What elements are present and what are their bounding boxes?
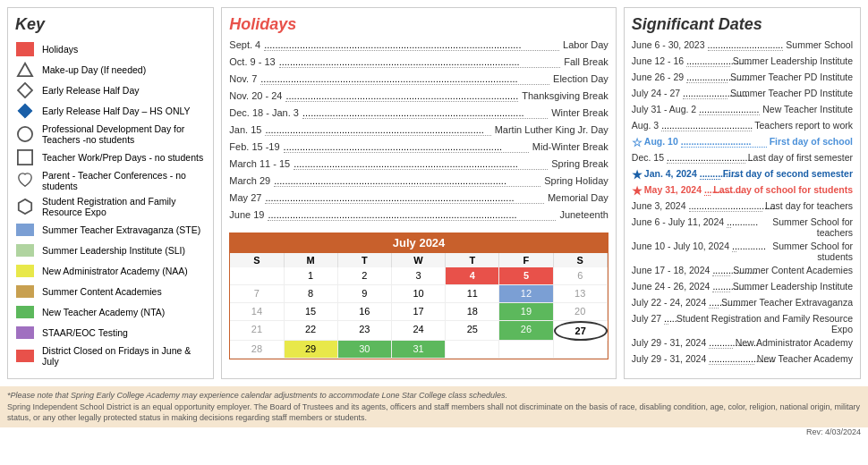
- nta-color-icon: [15, 304, 35, 320]
- cal-cell-empty-2: [446, 341, 499, 359]
- star-orange-icon: ★: [632, 184, 642, 198]
- sig-date-second-sem: Jan. 4, 2024: [644, 168, 697, 179]
- key-label-student-reg: Student Registration and Family Resource…: [42, 196, 206, 217]
- calendar-body: 1 2 3 4 5 6 7 8 9 10 11 12 13: [230, 267, 608, 359]
- cal-cell-25: 25: [446, 321, 499, 341]
- cal-cell-5: 5: [499, 267, 553, 285]
- sig-event-10: Last day for teachers: [765, 200, 853, 211]
- sig-event-0: Summer School: [786, 39, 853, 50]
- main-container: Key Holidays Make-up Day (If needed): [0, 0, 868, 436]
- square-icon: [15, 149, 35, 165]
- sig-event-1: Summer Leadership Institute: [733, 55, 853, 66]
- cal-cell-21: 21: [230, 321, 284, 341]
- cal-cell-2: 2: [338, 267, 392, 285]
- sig-item-13: June 17 - 18, 2024 ................. Sum…: [632, 265, 853, 278]
- sig-date-12: June 10 - July 10, 2024: [632, 241, 729, 251]
- key-item-teacher-work: Teacher Work/Prep Days - no students: [15, 149, 206, 165]
- cal-cell-26: 26: [499, 321, 553, 341]
- holiday-item-8: March 29 ...............................…: [229, 175, 608, 190]
- ste-color-icon: [15, 222, 35, 238]
- cal-cell-30: 30: [338, 341, 392, 359]
- key-item-prof-dev: Professional Development Day for Teacher…: [15, 123, 206, 145]
- holiday-item-4: Dec. 18 - Jan. 3 .......................…: [229, 107, 608, 122]
- diamond-icon: [15, 82, 35, 98]
- sig-dots-1: .........................: [686, 55, 730, 67]
- cal-header-s2: S: [554, 253, 608, 267]
- cal-header-w: W: [392, 253, 446, 267]
- holiday-date-6: Feb. 15 -19: [229, 141, 279, 156]
- holiday-name-7: Spring Break: [551, 158, 608, 173]
- holidays-section: Holidays Sept. 4 .......................…: [221, 7, 617, 379]
- key-label-district-closed: District Closed on Fridays in June & Jul…: [42, 345, 206, 367]
- sig-date-0: June 6 - 30, 2023: [632, 39, 705, 50]
- sig-dots-12: .............: [732, 241, 736, 252]
- holiday-date-7: March 11 - 15: [229, 158, 290, 173]
- key-item-naa: New Administrator Academy (NAA): [15, 263, 206, 279]
- sig-event-13: Summer Content Academies: [733, 265, 853, 275]
- svg-marker-0: [18, 63, 32, 76]
- sig-event-7: Last day of first semester: [748, 152, 853, 163]
- calendar-grid: S M T W T F S 1 2 3 4: [229, 253, 608, 359]
- sig-date-16: July 27: [632, 313, 661, 324]
- holiday-dots-1: ........................................…: [279, 56, 561, 68]
- sig-dots-4: .......................: [699, 104, 760, 115]
- sig-event-15: Summer Teacher Extravaganza: [721, 297, 853, 308]
- key-item-early-release: Early Release Half Day: [15, 82, 206, 98]
- cal-cell-29: 29: [285, 341, 338, 359]
- key-item-staar: STAAR/EOC Testing: [15, 325, 206, 341]
- sig-dots-2: .........................: [686, 72, 728, 83]
- holiday-icon: [15, 41, 35, 57]
- cal-cell-31: 31: [392, 341, 446, 359]
- top-section: Key Holidays Make-up Day (If needed): [0, 0, 868, 386]
- sig-item-10: June 3, 2024 ...........................…: [632, 200, 853, 214]
- holiday-name-8: Spring Holiday: [544, 175, 608, 190]
- cal-header-t2: T: [446, 253, 499, 267]
- holiday-dots-8: ........................................…: [274, 175, 540, 187]
- staar-color-icon: [15, 325, 35, 341]
- key-label-naa: New Administrator Academy (NAA): [42, 266, 188, 276]
- cal-cell-17: 17: [392, 303, 446, 321]
- key-label-ste: Summer Teacher Extravaganza (STE): [42, 224, 200, 235]
- cal-header-m: M: [285, 253, 338, 267]
- sig-item-0: June 6 - 30, 2023 ......................…: [632, 39, 853, 53]
- holiday-item-0: Sept. 4 ................................…: [229, 39, 608, 54]
- sig-date-15: July 22 - 24, 2024: [632, 297, 706, 308]
- sig-date-17: July 29 - 31, 2024: [632, 337, 706, 348]
- heart-icon: [15, 173, 35, 189]
- sig-event-5: Teachers report to work: [754, 120, 853, 131]
- cal-cell-14: 14: [230, 303, 284, 321]
- sig-dots-7: .................................: [667, 152, 745, 164]
- sig-event-first-day: First day of school: [770, 136, 853, 147]
- cal-cell-6: 6: [554, 267, 608, 285]
- diamond-blue-icon: [15, 103, 35, 119]
- cal-cell-11: 11: [446, 285, 499, 303]
- holiday-date-8: March 29: [229, 175, 270, 190]
- sig-dots-18: .........................: [709, 353, 754, 365]
- holiday-dots-2: ........................................…: [260, 73, 549, 85]
- sig-item-3: July 24 - 27 ......................... S…: [632, 88, 853, 101]
- sig-item-12: June 10 - July 10, 2024 ............. Su…: [632, 241, 853, 262]
- holiday-name-4: Winter Break: [551, 107, 608, 122]
- sig-event-second-sem: First day of second semester: [723, 168, 853, 179]
- key-item-sca: Summer Content Academies: [15, 283, 206, 300]
- cal-cell-20: 20: [554, 303, 608, 321]
- sig-date-7: Dec. 15: [632, 152, 664, 163]
- triangle-icon: [15, 62, 35, 78]
- sig-item-14: June 24 - 26, 2024 ................... S…: [632, 281, 853, 294]
- holiday-dots-6: ........................................…: [284, 141, 529, 153]
- key-item-ste: Summer Teacher Extravaganza (STE): [15, 222, 206, 238]
- cal-cell-4: 4: [446, 267, 499, 285]
- sig-event-11: Summer School for teachers: [734, 216, 853, 238]
- cal-cell-28: 28: [230, 341, 284, 359]
- sig-event-last-day: Last day of school for students: [713, 184, 853, 195]
- sig-dots-0: .............................: [708, 39, 784, 51]
- sig-event-4: New Teacher Institute: [762, 104, 853, 114]
- key-item-student-reg: Student Registration and Family Resource…: [15, 196, 206, 217]
- svg-rect-4: [18, 150, 32, 165]
- sig-item-first-day: ☆ Aug. 10 ........................... Fi…: [632, 136, 853, 149]
- holiday-name-6: Mid-Winter Break: [532, 141, 608, 156]
- sig-item-4: July 31 - Aug. 2 .......................…: [632, 104, 853, 117]
- sig-date-10: June 3, 2024: [632, 200, 686, 211]
- sig-item-5: Aug. 3 .................................…: [632, 120, 853, 133]
- hexagon-icon: [15, 199, 35, 215]
